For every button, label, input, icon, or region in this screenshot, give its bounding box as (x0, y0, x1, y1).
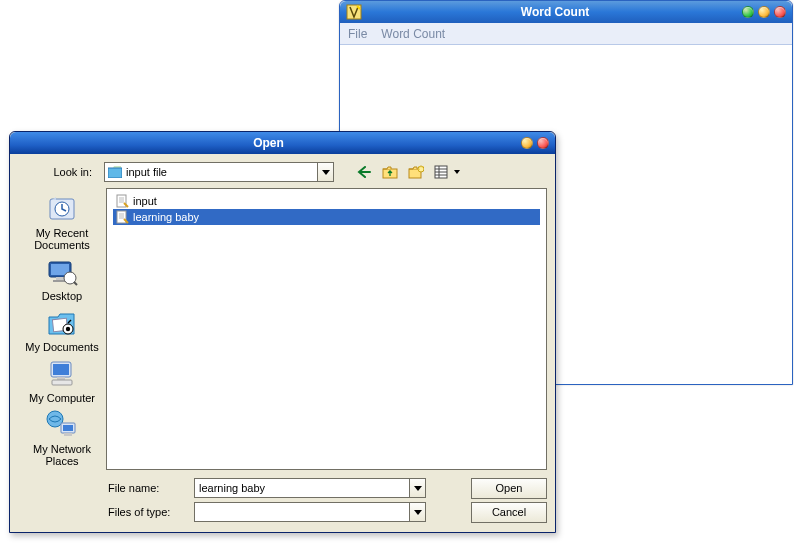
back-button[interactable] (354, 162, 374, 182)
filename-combo[interactable] (194, 478, 426, 498)
lookin-label: Look in: (18, 166, 98, 178)
cancel-button[interactable]: Cancel (471, 502, 547, 523)
file-item[interactable]: learning baby (113, 209, 540, 225)
places-mycomputer-label: My Computer (29, 392, 95, 404)
view-menu-button[interactable] (432, 162, 452, 182)
window-controls (742, 6, 786, 18)
open-titlebar[interactable]: Open (10, 132, 555, 154)
places-desktop-label: Desktop (42, 290, 82, 302)
filetype-dropdown-button[interactable] (409, 503, 425, 521)
close-button[interactable] (774, 6, 786, 18)
svg-rect-28 (64, 433, 72, 436)
filetype-label: Files of type: (106, 506, 188, 518)
wordcount-title: Word Count (368, 5, 742, 19)
textfile-icon (115, 194, 129, 208)
svg-point-20 (66, 327, 70, 331)
lookin-value: input file (126, 166, 317, 178)
lookin-combo[interactable]: input file (104, 162, 334, 182)
svg-rect-1 (108, 168, 122, 178)
filename-input[interactable] (195, 481, 409, 495)
lookin-row: Look in: input file (18, 160, 547, 184)
filetype-input[interactable] (195, 505, 409, 519)
file-item-name: learning baby (133, 211, 199, 223)
open-title: Open (16, 136, 521, 150)
help-button[interactable] (521, 137, 533, 149)
open-dialog: Open Look in: input file (9, 131, 556, 533)
textfile-icon (115, 210, 129, 224)
mydocuments-icon (45, 306, 79, 340)
places-desktop[interactable]: Desktop (22, 255, 102, 302)
file-list[interactable]: input learning baby (106, 188, 547, 470)
view-menu-dropdown[interactable] (452, 162, 462, 182)
mycomputer-icon (45, 357, 79, 391)
places-mydocuments[interactable]: My Documents (22, 306, 102, 353)
filetype-combo[interactable] (194, 502, 426, 522)
open-toolbar (354, 162, 462, 182)
places-network-label: My Network Places (33, 443, 91, 467)
folder-icon (108, 166, 122, 178)
desktop-icon (45, 255, 79, 289)
open-window-controls (521, 137, 549, 149)
svg-rect-14 (56, 277, 64, 280)
svg-line-17 (74, 282, 77, 285)
places-network[interactable]: My Network Places (22, 408, 102, 467)
minimize-button[interactable] (742, 6, 754, 18)
places-mydocuments-label: My Documents (25, 341, 98, 353)
places-recent[interactable]: My Recent Documents (22, 192, 102, 251)
up-one-level-button[interactable] (380, 162, 400, 182)
open-close-button[interactable] (537, 137, 549, 149)
svg-rect-24 (52, 380, 72, 385)
recent-icon (45, 192, 79, 226)
svg-rect-27 (63, 425, 73, 431)
file-item-name: input (133, 195, 157, 207)
network-icon (45, 408, 79, 442)
places-mycomputer[interactable]: My Computer (22, 357, 102, 404)
svg-rect-33 (117, 211, 126, 223)
wordcount-menubar: File Word Count (340, 23, 792, 45)
menu-wordcount[interactable]: Word Count (381, 27, 445, 41)
places-recent-label: My Recent Documents (34, 227, 90, 251)
file-item[interactable]: input (113, 193, 540, 209)
svg-rect-29 (117, 195, 126, 207)
filename-label: File name: (106, 482, 188, 494)
menu-file[interactable]: File (348, 27, 367, 41)
places-bar: My Recent Documents Desktop (18, 188, 106, 524)
app-icon (346, 4, 362, 20)
maximize-button[interactable] (758, 6, 770, 18)
svg-point-4 (418, 166, 424, 172)
svg-rect-22 (53, 364, 69, 375)
wordcount-titlebar[interactable]: Word Count (340, 1, 792, 23)
open-button[interactable]: Open (471, 478, 547, 499)
filename-dropdown-button[interactable] (409, 479, 425, 497)
lookin-dropdown-button[interactable] (317, 163, 333, 181)
new-folder-button[interactable] (406, 162, 426, 182)
